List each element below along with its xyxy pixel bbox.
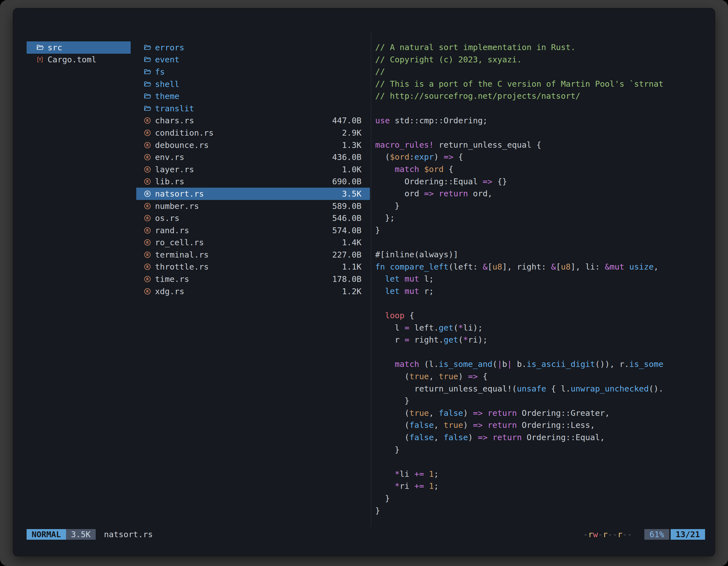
code-line: } [375,505,705,517]
code-line: l = left.get(*li); [375,322,705,334]
code-token: false [409,433,434,442]
dir-row[interactable]: src [27,41,131,54]
code-token: ( [375,152,390,162]
code-token [375,311,385,320]
code-token [375,359,395,369]
code-token: ( [453,323,458,332]
folder-icon [143,80,152,88]
code-token: // This is a port of the C version of Ma… [375,79,663,89]
file-row[interactable]: Rlib.rs690.0B [136,176,370,188]
entry-name: translit [155,104,194,113]
code-token [375,469,395,479]
code-line: (false, true) => return Ordering::Less, [375,419,705,431]
file-row[interactable]: Rchars.rs447.0B [136,115,370,127]
code-token: => [468,372,478,381]
file-row[interactable]: Rterminal.rs227.0B [136,249,370,261]
code-token: } [375,445,400,454]
entry-size: 589.0B [332,201,361,211]
entry-name: lib.rs [155,177,184,186]
code-line: // [375,66,705,78]
code-token: use [375,116,390,125]
dir-row[interactable]: event [136,54,370,66]
status-filename: natsort.rs [104,530,153,539]
dir-row[interactable]: fs [136,66,370,78]
code-token: return [492,433,522,442]
code-token: let [385,274,400,283]
code-token [375,481,395,491]
perm-char: - [627,530,632,539]
code-token [375,274,385,283]
code-token [400,286,404,296]
file-row[interactable]: Rtime.rs178.0B [136,273,370,285]
code-token: loop [385,311,405,320]
dir-row[interactable]: theme [136,90,370,102]
file-row[interactable]: Rcondition.rs2.9K [136,127,370,139]
file-row[interactable]: Rnumber.rs589.0B [136,200,370,212]
code-line: (true, false) => return Ordering::Greate… [375,407,705,419]
perm-char: r [617,530,622,539]
code-token: } [375,494,390,503]
rust-icon: R [143,116,152,125]
folder-icon [143,43,152,52]
yazi-panes: srcCargo.toml errorseventfsshellthemetra… [13,8,715,529]
dir-row[interactable]: errors [136,41,370,54]
file-row[interactable]: Rrand.rs574.0B [136,224,370,237]
code-line: } [375,444,705,456]
code-token: { l. [546,384,570,393]
code-line: ($ord:expr) => { [375,151,705,163]
entry-name: natsort.rs [155,189,204,199]
file-row[interactable]: Renv.rs436.0B [136,151,370,163]
code-token: ], right: [502,262,551,272]
code-token: [ [556,262,561,272]
code-token: ( [458,335,463,344]
entry-name: throttle.rs [155,262,209,272]
file-row[interactable]: Cargo.toml [27,54,131,66]
code-token: Ordering::Less, [517,420,595,430]
file-row[interactable]: Rnatsort.rs3.5K [136,188,370,200]
file-row[interactable]: Rlayer.rs1.0K [136,163,370,176]
code-token: , [434,433,444,442]
dir-row[interactable]: translit [136,102,370,115]
entry-name: condition.rs [155,128,214,138]
entry-name: number.rs [155,201,199,211]
code-token: r [375,335,405,344]
code-token: u8 [561,262,571,272]
code-token [400,274,404,283]
terminal-window: srcCargo.toml errorseventfsshellthemetra… [13,8,715,556]
entry-name: src [48,43,62,52]
code-token: => [473,408,483,418]
entry-name: chars.rs [155,116,194,125]
file-row[interactable]: Rthrottle.rs1.1K [136,261,370,273]
code-token: (left: [448,262,483,272]
code-token: let [385,286,400,296]
code-token: usize [629,262,654,272]
file-row[interactable]: Rdebounce.rs1.3K [136,139,370,151]
code-token [483,408,487,418]
code-token: false [439,408,463,418]
code-token: ) [463,408,473,418]
folder-icon [143,92,152,100]
rust-icon: R [143,190,152,198]
code-line [375,127,705,139]
code-line: #[inline(always)] [375,249,705,261]
code-line: ord => return ord, [375,188,705,200]
desktop-background: srcCargo.toml errorseventfsshellthemetra… [0,0,728,566]
code-token: => [483,177,492,186]
code-token: += [414,481,424,491]
code-token: ; [434,469,439,479]
code-token: ; [434,481,439,491]
code-token: & [551,262,556,272]
code-token: * [395,469,400,479]
file-row[interactable]: Ros.rs546.0B [136,212,370,224]
code-token: mut [405,286,419,296]
dir-row[interactable]: shell [136,78,370,90]
file-row[interactable]: Rxdg.rs1.2K [136,285,370,297]
toml-icon [36,55,44,64]
rust-icon: R [143,263,152,271]
file-row[interactable]: Rro_cell.rs1.4K [136,237,370,249]
code-line: use std::cmp::Ordering; [375,115,705,127]
code-token: b [502,359,507,369]
code-line: match (l.is_some_and(|b| b.is_ascii_digi… [375,358,705,370]
entry-name: xdg.rs [155,286,184,296]
code-token: std::cmp::Ordering; [390,116,487,125]
